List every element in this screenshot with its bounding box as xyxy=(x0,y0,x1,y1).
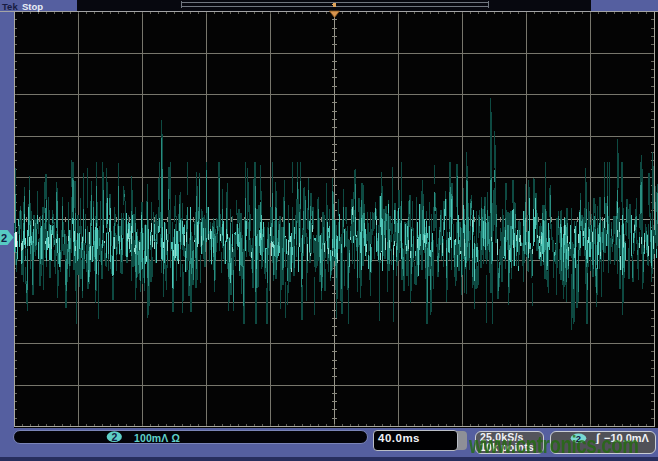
svg-text:2: 2 xyxy=(1,232,7,244)
svg-text:2: 2 xyxy=(111,431,117,443)
